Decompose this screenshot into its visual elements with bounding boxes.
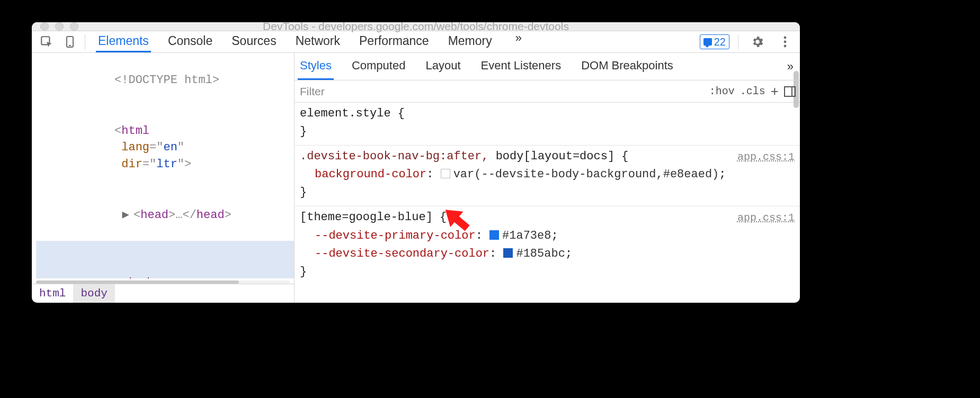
sidebar-tabs: Styles Computed Layout Event Listeners D…	[295, 53, 800, 80]
svg-point-3	[784, 37, 787, 39]
tab-console[interactable]: Console	[166, 31, 215, 52]
toggle-sidebar-icon[interactable]	[784, 86, 796, 97]
more-options-kebab-icon[interactable]	[774, 31, 796, 52]
breadcrumb-html[interactable]: html	[32, 284, 73, 303]
toolbar-separator	[738, 34, 738, 49]
color-swatch-icon[interactable]	[441, 169, 450, 178]
toolbar-right: 22	[700, 31, 796, 52]
dom-body-selected[interactable]: ⋯ ▼<body type="article" theme="google-bl…	[36, 241, 294, 278]
tab-memory[interactable]: Memory	[446, 31, 494, 52]
main-toolbar: Elements Console Sources Network Perform…	[32, 31, 800, 53]
styles-pane: Styles Computed Layout Event Listeners D…	[295, 53, 800, 303]
dom-html-open[interactable]: <html lang="en" dir="ltr">	[36, 106, 294, 190]
tab-sources[interactable]: Sources	[229, 31, 278, 52]
dom-head-collapsed[interactable]: ▶<head>…</head>	[48, 190, 294, 241]
styles-filter-tools: :hov .cls +	[705, 85, 800, 98]
rule-element-style[interactable]: element.style { }	[295, 103, 800, 146]
collapse-caret-icon[interactable]: ▼	[114, 275, 122, 278]
breadcrumb-body[interactable]: body	[73, 284, 114, 303]
device-toolbar-icon[interactable]	[59, 31, 81, 52]
styles-rules: element.style { } app.css:1 .devsite-boo…	[295, 103, 800, 303]
styles-filter-row: :hov .cls +	[295, 80, 800, 103]
subtab-computed[interactable]: Computed	[350, 53, 408, 80]
panel-tabs: Elements Console Sources Network Perform…	[96, 31, 522, 52]
tab-performance[interactable]: Performance	[357, 31, 431, 52]
messages-count: 22	[714, 36, 726, 48]
rule-source-link[interactable]: app.css:1	[737, 210, 795, 226]
horizontal-scrollbar[interactable]	[36, 281, 290, 284]
subtab-layout[interactable]: Layout	[423, 53, 462, 80]
rule-theme-google-blue[interactable]: app.css:1 [theme=google-blue] { --devsit…	[295, 206, 800, 285]
dom-doctype[interactable]: <!DOCTYPE html>	[36, 55, 294, 106]
more-subtabs-chevron-icon[interactable]: »	[787, 60, 794, 74]
elements-tree-pane: <!DOCTYPE html> <html lang="en" dir="ltr…	[32, 53, 295, 303]
subtab-event-listeners[interactable]: Event Listeners	[479, 53, 564, 80]
titlebar: DevTools - developers.google.com/web/too…	[32, 22, 800, 31]
scrollbar-thumb[interactable]	[36, 281, 239, 284]
inspect-element-icon[interactable]	[36, 31, 57, 52]
new-style-rule-icon[interactable]: +	[771, 84, 779, 98]
color-swatch-icon[interactable]	[489, 230, 499, 240]
styles-filter-input[interactable]	[295, 80, 705, 102]
rule-devsite-book-nav[interactable]: app.css:1 .devsite-book-nav-bg:after, bo…	[295, 146, 800, 206]
subtab-dom-breakpoints[interactable]: DOM Breakpoints	[579, 53, 675, 80]
subtab-styles[interactable]: Styles	[298, 53, 334, 80]
traffic-light-close[interactable]	[40, 22, 49, 31]
more-tabs-chevron-icon[interactable]: »	[515, 31, 522, 52]
window-controls	[40, 22, 78, 31]
toolbar-separator	[85, 34, 85, 49]
cls-toggle[interactable]: .cls	[740, 85, 765, 97]
settings-gear-icon[interactable]	[747, 31, 768, 52]
body-split: <!DOCTYPE html> <html lang="en" dir="ltr…	[32, 53, 800, 303]
traffic-light-minimize[interactable]	[55, 22, 64, 31]
devtools-window: DevTools - developers.google.com/web/too…	[32, 22, 800, 303]
expand-caret-icon[interactable]: ▶	[126, 207, 133, 224]
rule-source-link[interactable]: app.css:1	[737, 149, 795, 165]
message-icon	[703, 38, 712, 46]
console-messages-badge[interactable]: 22	[700, 34, 729, 49]
dom-breadcrumbs: html body	[32, 284, 294, 303]
tab-network[interactable]: Network	[293, 31, 342, 52]
svg-point-4	[784, 41, 787, 43]
tab-elements[interactable]: Elements	[96, 31, 151, 52]
color-swatch-icon[interactable]	[503, 248, 513, 258]
traffic-light-zoom[interactable]	[70, 22, 78, 31]
hov-toggle[interactable]: :hov	[709, 85, 735, 97]
dom-tree[interactable]: <!DOCTYPE html> <html lang="en" dir="ltr…	[32, 53, 294, 278]
svg-point-5	[784, 45, 787, 48]
